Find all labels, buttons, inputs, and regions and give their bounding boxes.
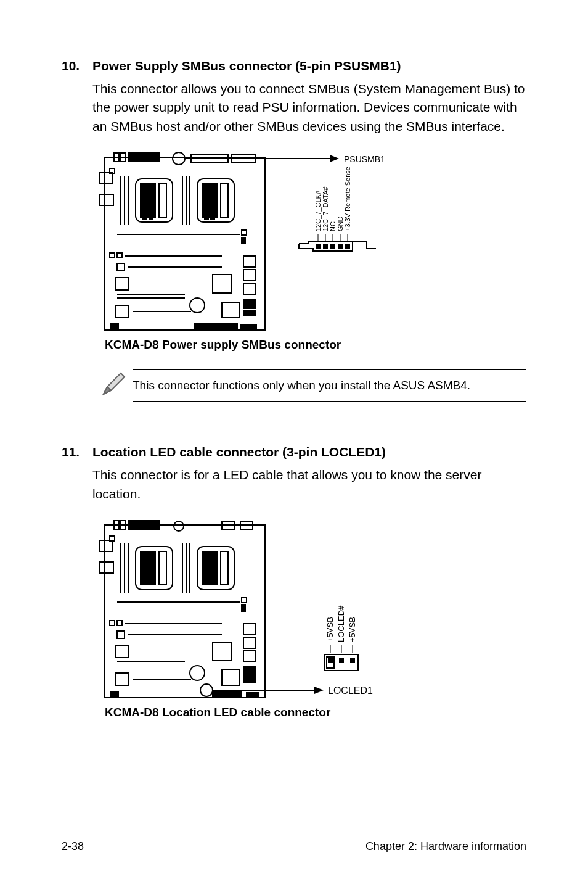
svg-rect-120 (237, 691, 241, 698)
svg-rect-55 (229, 324, 232, 330)
svg-rect-65 (316, 244, 321, 249)
svg-rect-114 (111, 691, 118, 698)
svg-rect-14 (202, 184, 217, 217)
pin-label-1: 12C_7_DATA# (322, 186, 329, 231)
svg-rect-50 (204, 324, 208, 330)
svg-rect-43 (243, 270, 256, 281)
note-text: This connector functions only when you i… (133, 370, 526, 401)
pin-label-3: GND (337, 217, 344, 232)
svg-rect-56 (234, 324, 237, 330)
caption-psusmb1: KCMA-D8 Power supply SMBus connector (105, 338, 341, 351)
svg-marker-131 (314, 687, 324, 694)
pin-label-4: +3.3V Remote Sense (344, 167, 351, 231)
section-10-body: This connector allows you to connect SMB… (92, 80, 526, 136)
section-11-number: 11. (62, 445, 92, 460)
svg-rect-37 (116, 305, 128, 318)
svg-rect-94 (242, 598, 247, 603)
svg-rect-53 (219, 324, 223, 330)
svg-rect-28 (242, 237, 245, 244)
svg-rect-32 (117, 263, 125, 271)
svg-rect-127 (328, 658, 333, 663)
svg-rect-110 (243, 651, 256, 662)
note-block: This connector functions only when you i… (99, 369, 526, 402)
svg-rect-112 (243, 678, 256, 683)
svg-rect-34 (116, 278, 128, 290)
svg-point-113 (200, 684, 213, 696)
pencil-icon (99, 369, 133, 402)
page-footer: 2-38 Chapter 2: Hardware information (62, 835, 526, 853)
svg-rect-84 (221, 551, 228, 585)
svg-rect-47 (111, 324, 118, 330)
svg-rect-10 (159, 184, 166, 217)
svg-rect-80 (141, 551, 155, 585)
svg-rect-115 (213, 691, 216, 698)
svg-rect-81 (159, 551, 166, 585)
svg-rect-96 (110, 621, 115, 625)
svg-rect-107 (222, 670, 239, 685)
svg-rect-95 (242, 605, 245, 611)
locled1-label: LOCLED1 (328, 685, 373, 696)
diagram-locled1: +5VSB LOCLED# +5VSB LOCLED1 (99, 519, 526, 725)
pin-label-0: 12C_7_CLK# (314, 190, 322, 231)
svg-point-4 (173, 152, 185, 165)
locled-pin-1: LOCLED# (337, 605, 346, 642)
svg-rect-3 (128, 153, 159, 162)
svg-rect-49 (199, 324, 203, 330)
svg-rect-74 (128, 521, 159, 529)
svg-rect-39 (213, 274, 231, 293)
svg-rect-92 (100, 562, 113, 573)
section-10-number: 10. (62, 59, 92, 73)
svg-rect-57 (240, 325, 256, 330)
svg-rect-103 (116, 673, 128, 685)
svg-rect-117 (223, 691, 226, 698)
svg-rect-9 (141, 184, 155, 217)
section-10: 10. Power Supply SMBus connector (5-pin … (62, 59, 526, 402)
section-11-body-row: This connector is for a LED cable that a… (62, 466, 526, 503)
svg-rect-45 (243, 299, 256, 308)
svg-rect-27 (242, 230, 247, 235)
svg-rect-24 (100, 173, 112, 184)
svg-marker-59 (330, 155, 339, 162)
svg-point-75 (174, 521, 184, 531)
svg-rect-105 (213, 642, 231, 661)
svg-rect-111 (243, 667, 256, 676)
svg-rect-29 (110, 253, 115, 258)
svg-rect-41 (222, 302, 239, 318)
section-11-body: This connector is for a LED cable that a… (92, 466, 526, 503)
svg-point-106 (190, 666, 205, 680)
svg-rect-42 (243, 256, 256, 267)
svg-rect-91 (100, 540, 112, 551)
svg-rect-121 (247, 693, 259, 698)
svg-rect-25 (100, 194, 113, 205)
svg-point-40 (190, 298, 205, 313)
locled-pin-2: +5VSB (348, 617, 357, 642)
svg-rect-69 (345, 244, 350, 249)
svg-rect-15 (221, 184, 228, 217)
svg-rect-128 (339, 658, 344, 663)
section-11: 11. Location LED cable connector (3-pin … (62, 445, 526, 725)
diagram-psusmb1: PSUSMB1 12C_7_CLK# 12C_7_DATA# NC GND +3… (99, 151, 526, 357)
svg-rect-68 (338, 244, 343, 249)
svg-rect-46 (243, 310, 256, 315)
svg-rect-108 (243, 624, 256, 635)
svg-rect-118 (227, 691, 231, 698)
section-10-heading: 10. Power Supply SMBus connector (5-pin … (62, 59, 526, 73)
section-10-title: Power Supply SMBus connector (5-pin PSUS… (92, 59, 401, 73)
svg-rect-83 (202, 551, 217, 585)
svg-rect-44 (243, 283, 256, 294)
svg-rect-116 (218, 691, 221, 698)
footer-right: Chapter 2: Hardware information (365, 840, 526, 853)
svg-rect-99 (117, 631, 125, 638)
svg-rect-119 (232, 691, 236, 698)
svg-rect-97 (117, 621, 122, 625)
svg-rect-129 (350, 658, 355, 663)
pin-label-2: NC (329, 221, 337, 231)
section-10-body-row: This connector allows you to connect SMB… (62, 80, 526, 136)
svg-rect-52 (214, 324, 218, 330)
svg-rect-30 (117, 253, 122, 258)
caption-locled1: KCMA-D8 Location LED cable connector (105, 706, 331, 719)
svg-rect-54 (224, 324, 227, 330)
svg-rect-101 (116, 645, 128, 658)
svg-rect-66 (323, 244, 328, 249)
svg-rect-67 (330, 244, 335, 249)
